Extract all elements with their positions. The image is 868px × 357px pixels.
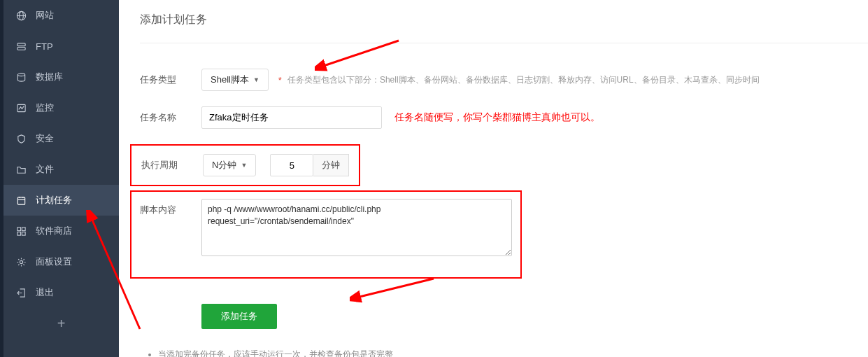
folder-icon <box>16 164 31 175</box>
row-submit: 添加任务 <box>140 304 868 329</box>
sidebar-item-label: 监控 <box>36 102 54 114</box>
sidebar-add-button[interactable]: + <box>3 308 119 339</box>
period-mode-value: N分钟 <box>212 159 236 172</box>
task-name-input[interactable] <box>201 106 382 129</box>
globe-icon <box>16 10 31 21</box>
svg-rect-12 <box>22 227 25 230</box>
caret-down-icon: ▼ <box>253 76 259 83</box>
required-marker: * <box>278 75 282 85</box>
svg-point-5 <box>17 73 24 76</box>
sidebar-item-database[interactable]: 数据库 <box>3 62 119 92</box>
sidebar-item-label: 面板设置 <box>36 255 72 268</box>
svg-point-15 <box>20 260 22 263</box>
label-period: 执行周期 <box>141 159 203 172</box>
plus-icon: + <box>57 316 66 331</box>
sidebar-item-website[interactable]: 网站 <box>3 0 119 31</box>
script-textarea[interactable] <box>201 199 512 256</box>
database-icon <box>16 72 31 83</box>
task-type-value: Shell脚本 <box>211 74 249 86</box>
tip-item: 当添加完备份任务，应该手动运行一次，并检查备份包是否完整 <box>158 349 868 357</box>
sidebar-item-settings[interactable]: 面板设置 <box>3 246 119 277</box>
sidebar: 网站 FTP 数据库 监控 安全 文件 计划任务 软件商店 <box>0 0 119 357</box>
sidebar-item-label: 网站 <box>36 9 54 22</box>
row-script: 脚本内容 <box>140 190 868 279</box>
caret-down-icon: ▼ <box>241 162 247 169</box>
main-content: 添加计划任务 任务类型 Shell脚本 ▼ * 任务类型包含以下部分：Shell… <box>119 0 868 357</box>
add-task-button[interactable]: 添加任务 <box>201 304 277 329</box>
sidebar-item-label: 计划任务 <box>36 194 72 206</box>
svg-rect-7 <box>17 197 24 204</box>
sidebar-item-ftp[interactable]: FTP <box>3 31 119 62</box>
sidebar-item-label: 退出 <box>36 286 54 299</box>
sidebar-item-appstore[interactable]: 软件商店 <box>3 216 119 246</box>
task-type-help: 任务类型包含以下部分：Shell脚本、备份网站、备份数据库、日志切割、释放内存、… <box>287 74 760 86</box>
shield-icon <box>16 134 31 144</box>
sidebar-item-label: 文件 <box>36 163 54 176</box>
exit-icon <box>16 288 31 298</box>
svg-rect-13 <box>17 232 21 235</box>
sidebar-item-label: 安全 <box>36 132 54 145</box>
ftp-icon <box>16 41 31 52</box>
label-script: 脚本内容 <box>140 199 201 256</box>
gear-icon <box>16 257 31 267</box>
calendar-icon <box>16 195 31 206</box>
page-title: 添加计划任务 <box>140 0 868 43</box>
svg-rect-14 <box>22 232 25 235</box>
svg-rect-11 <box>17 227 21 230</box>
apps-icon <box>16 226 31 237</box>
task-name-annotation: 任务名随便写，你写个柴郡猫博主真帅也可以。 <box>394 111 600 124</box>
sidebar-item-label: 数据库 <box>36 71 63 83</box>
cron-form: 任务类型 Shell脚本 ▼ * 任务类型包含以下部分：Shell脚本、备份网站… <box>140 43 868 329</box>
script-highlight-box: 脚本内容 <box>130 190 522 279</box>
row-task-type: 任务类型 Shell脚本 ▼ * 任务类型包含以下部分：Shell脚本、备份网站… <box>140 69 868 91</box>
period-highlight-box: 执行周期 N分钟 ▼ 分钟 <box>130 144 360 186</box>
tips-list: 当添加完备份任务，应该手动运行一次，并检查备份包是否完整 <box>140 349 868 357</box>
sidebar-item-monitor[interactable]: 监控 <box>3 92 119 123</box>
period-unit: 分钟 <box>313 154 349 176</box>
sidebar-item-logout[interactable]: 退出 <box>3 277 119 308</box>
period-value-input[interactable] <box>270 154 313 176</box>
sidebar-item-label: 软件商店 <box>36 225 72 237</box>
monitor-icon <box>16 103 31 113</box>
sidebar-item-security[interactable]: 安全 <box>3 123 119 154</box>
svg-rect-3 <box>17 43 25 46</box>
sidebar-item-files[interactable]: 文件 <box>3 154 119 185</box>
sidebar-item-label: FTP <box>36 41 53 52</box>
row-period: 执行周期 N分钟 ▼ 分钟 <box>140 144 868 186</box>
svg-rect-4 <box>17 47 25 50</box>
label-task-name: 任务名称 <box>140 106 201 124</box>
label-task-type: 任务类型 <box>140 69 201 86</box>
sidebar-item-cron[interactable]: 计划任务 <box>3 185 119 216</box>
task-type-select[interactable]: Shell脚本 ▼ <box>201 69 269 91</box>
row-task-name: 任务名称 任务名随便写，你写个柴郡猫博主真帅也可以。 <box>140 106 868 129</box>
period-mode-select[interactable]: N分钟 ▼ <box>203 154 256 176</box>
